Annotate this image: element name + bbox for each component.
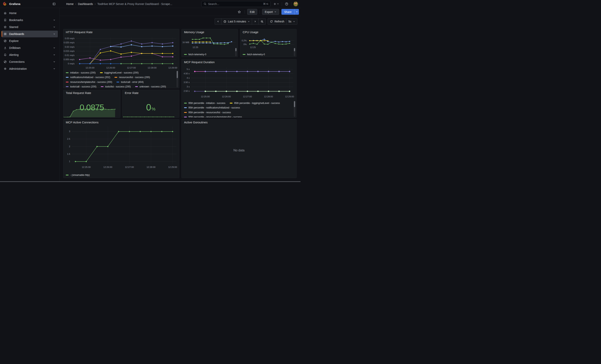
legend-item[interactable]: resources/list - success (200) — [114, 76, 150, 79]
legend-item[interactable]: 95th percentile - notifications/initiali… — [184, 106, 240, 109]
panel-title[interactable]: Error Rate — [122, 90, 179, 95]
breadcrumb-home[interactable]: Home — [66, 2, 73, 6]
panel-title[interactable]: Memory Usage — [182, 29, 238, 34]
panel-title[interactable]: CPU Usage — [240, 29, 296, 34]
sidebar-item-expand[interactable] — [53, 68, 55, 70]
legend-item[interactable]: initialize - success (200) — [66, 71, 96, 74]
svg-text:5 s: 5 s — [187, 68, 190, 70]
legend-item[interactable]: unknown - success (200) — [135, 85, 166, 88]
sidebar-item-expand[interactable] — [53, 61, 55, 63]
legend-item[interactable]: notifications/initialized - success (202… — [66, 76, 110, 79]
panel-title[interactable]: Active Goroutines — [182, 119, 296, 125]
sidebar-item-bookmarks[interactable]: Bookmarks — [2, 17, 58, 23]
svg-text:12:29:00: 12:29:00 — [285, 95, 294, 98]
svg-text:0.01 req/s: 0.01 req/s — [65, 54, 75, 56]
user-avatar[interactable] — [293, 2, 298, 6]
chevron-down-icon — [53, 26, 55, 28]
panel-title[interactable]: HTTP Request Rate — [63, 29, 179, 34]
refresh-button[interactable]: Refresh — [268, 18, 286, 25]
export-button[interactable]: Export — [262, 9, 279, 15]
legend-item[interactable]: logging/setLevel - success (200) — [100, 71, 139, 74]
legend-item[interactable]: - (streamable-http) — [66, 174, 90, 177]
breadcrumb-current: ToolHive MCP Server & Proxy Runner Dashb… — [97, 2, 172, 6]
panel-title[interactable]: MCP Request Duration — [182, 59, 296, 64]
legend-item[interactable]: 95th percentile - resources/templates/li… — [184, 116, 242, 118]
legend-scrollbar[interactable] — [177, 71, 178, 88]
svg-text:2.5: 2.5 — [67, 138, 70, 140]
svg-text:0.03 req/s: 0.03 req/s — [65, 37, 75, 39]
svg-text:4 s: 4 s — [187, 77, 190, 79]
legend-label: notifications/initialized - success (202… — [70, 76, 110, 79]
sidebar-item-administration[interactable]: Administration — [2, 65, 58, 72]
chevron-down-icon — [53, 19, 55, 21]
svg-text:1: 1 — [69, 160, 70, 163]
main-area: Edit Export Share Last 5 minutes — [60, 8, 300, 182]
panel-title[interactable]: MCP Active Connections — [63, 119, 179, 125]
legend-scrollbar[interactable] — [294, 48, 295, 56]
sidebar-item-connections[interactable]: Connections — [2, 59, 58, 65]
sidebar-item-drilldown[interactable]: Drilldown — [2, 45, 58, 51]
divider — [291, 2, 291, 6]
add-button[interactable] — [272, 1, 280, 7]
svg-text:12:26:00: 12:26:00 — [106, 67, 115, 69]
share-button[interactable]: Share — [281, 9, 294, 15]
svg-text:0.005 req/s: 0.005 req/s — [64, 58, 75, 61]
dock-sidebar-button[interactable] — [51, 1, 57, 7]
legend-swatch — [243, 54, 245, 55]
sidebar-item-label: Connections — [9, 60, 25, 63]
breadcrumb-dashboards[interactable]: Dashboards — [78, 2, 93, 6]
legend-row: 95th percentile - resources/list - succe… — [184, 110, 292, 115]
legend-item[interactable]: tools/call - error (404) — [116, 81, 143, 83]
chevron-right-icon — [254, 20, 256, 23]
panel-title[interactable]: Total Request Rate — [63, 90, 120, 95]
legend-scrollbar[interactable] — [235, 48, 237, 56]
panel-mcp-request-duration: MCP Request Duration 2.50 s3 s3.50 s4 s4… — [181, 59, 297, 118]
legend-item[interactable]: resources/templates/list - success (200) — [66, 81, 112, 83]
legend-item[interactable]: tools/call - success (200) — [66, 85, 96, 88]
stat-unit: % — [152, 107, 156, 112]
legend-scrollbar[interactable] — [294, 101, 295, 117]
panel-legend: - (streamable-http) — [63, 172, 179, 177]
sidebar-item-alerting[interactable]: Alerting — [2, 51, 58, 58]
legend-row: fetch-telemetry-0 — [184, 52, 234, 57]
time-forward-button[interactable] — [252, 18, 259, 25]
sidebar-item-expand[interactable] — [53, 33, 55, 35]
legend-item[interactable]: 95th percentile - initialize - success — [184, 102, 225, 105]
sidebar-item-expand[interactable] — [53, 26, 55, 28]
svg-text:2.50 s: 2.50 s — [184, 90, 190, 92]
refresh-interval-picker[interactable]: 5s — [286, 18, 297, 25]
favorite-star-button[interactable] — [236, 9, 242, 15]
legend-item[interactable]: 95th percentile - resources/list - succe… — [184, 111, 231, 114]
sidebar: HomeBookmarksStarredDashboardsExploreDri… — [0, 8, 60, 182]
sidebar-item-explore[interactable]: Explore — [2, 38, 58, 44]
time-range-picker[interactable]: Last 5 minutes — [221, 18, 252, 25]
mcp-request-duration-chart: 2.50 s3 s3.50 s4 s4.50 s5 s12:25:0012:26… — [182, 64, 296, 100]
time-back-button[interactable] — [215, 18, 221, 25]
legend-item[interactable]: 95th percentile - logging/setLevel - suc… — [230, 102, 280, 105]
sidebar-item-starred[interactable]: Starred — [2, 24, 58, 30]
legend-item[interactable]: fetch-telemetry-0 — [184, 53, 206, 56]
svg-text:12:27:00: 12:27:00 — [125, 166, 134, 168]
sidebar-item-dashboards[interactable]: Dashboards — [2, 31, 58, 37]
sidebar-item-expand[interactable] — [53, 54, 55, 56]
sidebar-item-expand[interactable] — [53, 47, 55, 49]
sidebar-item-expand[interactable] — [53, 19, 55, 21]
star-icon — [4, 25, 7, 29]
chevron-down-icon — [53, 47, 55, 49]
star-icon — [238, 10, 241, 14]
edit-button[interactable]: Edit — [247, 9, 257, 15]
svg-text:12:28:00: 12:28:00 — [264, 95, 273, 98]
sidebar-item-label: Explore — [9, 39, 19, 42]
zoom-out-button[interactable] — [258, 18, 266, 25]
sidebar-item-home[interactable]: Home — [2, 10, 58, 17]
search-input[interactable] — [208, 2, 261, 6]
panel-cpu-usage: CPU Usage 0.2%0%12:25 fetch-telemetry-0 — [240, 29, 297, 57]
legend-label: tools/list - success (200) — [105, 85, 131, 88]
search-box[interactable]: ⌘+k — [201, 1, 270, 7]
share-menu-button[interactable] — [294, 9, 299, 15]
legend-swatch — [100, 72, 103, 73]
help-button[interactable] — [284, 1, 289, 7]
topbar-actions: ⌘+k — [201, 1, 300, 7]
legend-item[interactable]: tools/list - success (200) — [101, 85, 131, 88]
legend-item[interactable]: fetch-telemetry-0 — [243, 53, 265, 56]
